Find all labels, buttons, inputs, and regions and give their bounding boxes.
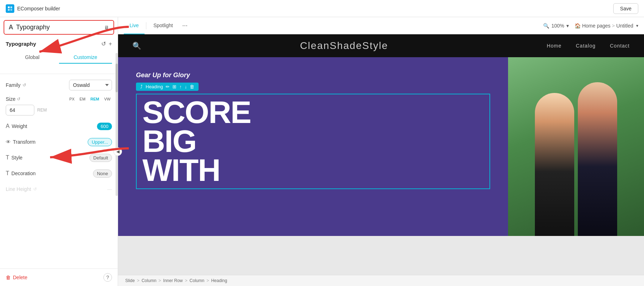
hero-subtext: Gear Up for Glory <box>136 72 490 79</box>
top-bar: EComposer builder Save <box>0 0 644 17</box>
bc-inner-row[interactable]: Inner Row <box>163 278 183 283</box>
controls-area: Family ↺ Oswald Arial Roboto Size ↺ <box>0 74 118 268</box>
line-height-label-text: Line Height <box>6 186 31 192</box>
typography-section: Typography ↺ + Global Customize <box>0 36 118 74</box>
refresh-button[interactable]: ↺ <box>101 40 106 47</box>
canvas-area: 🔍 CleanShadeStyle Home Catalog Contact G… <box>118 34 644 275</box>
line-height-label: Line Height ↺ <box>6 186 38 192</box>
hero-text-big: BIG <box>142 127 484 156</box>
toolbar-tab-live[interactable]: Live <box>124 17 145 34</box>
bc-sep-1: > <box>137 278 140 283</box>
transform-label-text: Transform <box>13 139 35 145</box>
zoom-chevron-icon: ▾ <box>566 23 569 29</box>
collapse-panel-button[interactable]: ◀ <box>113 147 122 156</box>
delete-icon: 🗑 <box>6 275 11 280</box>
weight-icon: A <box>6 123 10 129</box>
panel-scrollbar[interactable] <box>116 53 118 196</box>
women-bg <box>508 57 644 236</box>
panel-scrollbar-thumb <box>116 64 118 92</box>
app-title: EComposer builder <box>17 6 60 11</box>
women-figures <box>535 82 617 236</box>
line-height-placeholder: — <box>107 187 112 192</box>
size-control-row: Size ↺ PX EM REM VW REM <box>0 93 118 118</box>
heading-duplicate-icon[interactable]: ⊞ <box>172 84 176 89</box>
site-search-icon[interactable]: 🔍 <box>132 41 141 50</box>
site-nav-contact[interactable]: Contact <box>610 43 630 49</box>
decoration-label: T Decoration <box>6 170 38 177</box>
family-control-row: Family ↺ Oswald Arial Roboto <box>0 77 118 93</box>
delete-button[interactable]: 🗑 Delete <box>6 275 27 280</box>
hero-text-score: SCORE <box>142 98 484 127</box>
app-logo <box>6 4 14 13</box>
transform-icon: 👁 <box>6 139 11 145</box>
add-button[interactable]: + <box>109 40 112 47</box>
decoration-badge[interactable]: None <box>93 169 112 178</box>
woman-figure-left <box>535 93 574 236</box>
device-icon[interactable]: 🖥 <box>104 25 109 30</box>
size-refresh-icon[interactable]: ↺ <box>17 97 20 102</box>
transform-badge[interactable]: Upper... <box>88 138 112 146</box>
svg-rect-0 <box>8 6 10 8</box>
style-value: Default <box>38 154 112 162</box>
size-label: Size ↺ <box>6 96 38 102</box>
unit-rem[interactable]: REM <box>89 96 101 102</box>
tabs: Global Customize <box>6 51 112 64</box>
decoration-value: None <box>38 169 112 178</box>
heading-label: Heading <box>146 84 163 89</box>
tab-customize[interactable]: Customize <box>59 51 112 64</box>
bc-heading[interactable]: Heading <box>211 278 227 283</box>
breadcrumb-nav[interactable]: 🏠 Home pages > Untitled ▾ <box>575 23 638 29</box>
line-height-control-row: Line Height ↺ — <box>0 181 118 197</box>
line-height-refresh: ↺ <box>33 187 37 192</box>
bc-column-2[interactable]: Column <box>190 278 204 283</box>
transform-value: Upper... <box>38 138 112 146</box>
unit-vw[interactable]: VW <box>103 96 112 102</box>
size-input[interactable] <box>6 105 34 115</box>
help-button[interactable]: ? <box>103 273 112 282</box>
style-badge[interactable]: Default <box>89 154 112 162</box>
site-menu: Home Catalog Contact <box>547 43 630 49</box>
heading-move-down-icon[interactable]: ↓ <box>185 84 187 89</box>
weight-control-row: A Weight 600 <box>0 118 118 134</box>
live-tab-label: Live <box>130 23 139 28</box>
zoom-control[interactable]: 🔍 100% ▾ <box>543 23 569 29</box>
family-label-text: Family <box>6 82 20 88</box>
heading-move-up-icon[interactable]: ↑ <box>179 84 182 89</box>
family-refresh-icon[interactable]: ↺ <box>23 83 26 88</box>
heading-edit-icon[interactable]: ✏ <box>166 84 170 89</box>
hero-text-with: WITH <box>142 156 484 185</box>
unit-px[interactable]: PX <box>68 96 76 102</box>
app-branding: EComposer builder <box>6 4 60 13</box>
font-family-select[interactable]: Oswald Arial Roboto <box>69 80 112 90</box>
save-button[interactable]: Save <box>613 3 638 14</box>
toolbar-more-button[interactable]: ··· <box>179 17 191 34</box>
style-control-row: T Style Default <box>0 150 118 166</box>
transform-label: 👁 Transform <box>6 139 38 145</box>
left-panel: A Typography 🖥 Typography ↺ + Global Cus… <box>0 17 118 286</box>
bc-slide[interactable]: Slide <box>125 278 135 283</box>
site-nav-catalog[interactable]: Catalog <box>576 43 595 49</box>
weight-label: A Weight <box>6 123 38 129</box>
search-icon: 🔍 <box>543 23 549 29</box>
breadcrumb-separator: > <box>612 23 615 29</box>
center-area: Live Spotlight ··· 🔍 100% ▾ 🏠 Home pages… <box>118 17 644 286</box>
svg-rect-2 <box>8 9 10 11</box>
canvas-breadcrumb: Slide > Column > Inner Row > Column > He… <box>118 275 644 286</box>
heading-delete-icon[interactable]: 🗑 <box>190 84 194 89</box>
line-height-value: — <box>38 187 112 192</box>
toolbar-tab-spotlight[interactable]: Spotlight <box>148 17 179 34</box>
weight-badge[interactable]: 600 <box>97 123 112 130</box>
tab-global[interactable]: Global <box>6 51 59 64</box>
rem-label: REM <box>37 108 47 113</box>
breadcrumb-page: Untitled <box>616 23 633 29</box>
size-input-row: REM <box>6 105 112 115</box>
unit-em[interactable]: EM <box>78 96 87 102</box>
zoom-value: 100% <box>551 23 564 29</box>
svg-rect-3 <box>10 9 12 11</box>
hero-main-text-box: SCORE BIG WITH <box>136 94 490 189</box>
bc-column[interactable]: Column <box>142 278 156 283</box>
spotlight-tab-label: Spotlight <box>153 23 173 28</box>
home-icon: 🏠 <box>575 23 581 29</box>
typography-section-header: Typography ↺ + <box>6 40 112 47</box>
site-nav-home[interactable]: Home <box>547 43 561 49</box>
